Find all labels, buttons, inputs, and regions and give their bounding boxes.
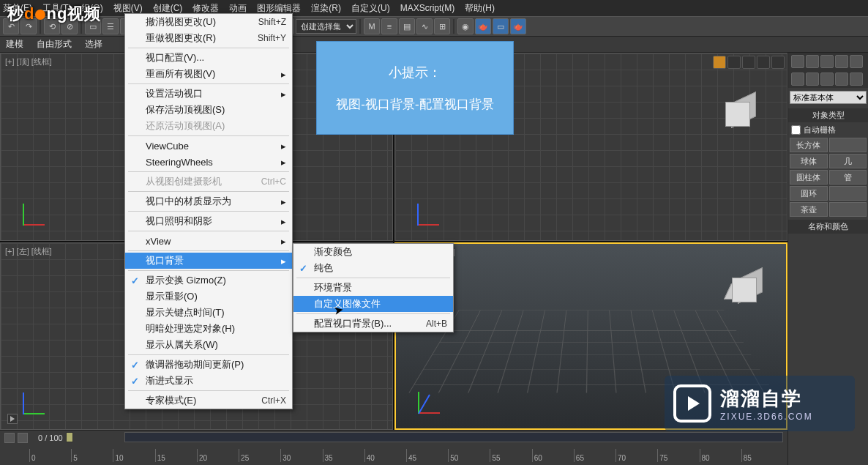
menu-help[interactable]: 帮助(H) xyxy=(465,2,495,15)
viewport-top-label: [+] [顶] [线框] xyxy=(5,56,52,67)
tick: 5 xyxy=(71,449,113,462)
tick: 0 xyxy=(29,449,71,462)
shade-tool5[interactable] xyxy=(771,56,785,69)
submenu-item[interactable]: 环境背景 xyxy=(293,280,453,296)
menu-item[interactable]: 显示重影(O) xyxy=(125,289,292,305)
submenu-item[interactable]: ✓纯色 xyxy=(293,260,453,276)
viewport-background-submenu: 渐变颜色✓纯色环境背景自定义图像文件配置视口背景(B)...Alt+B xyxy=(293,243,454,332)
shade-tool4[interactable] xyxy=(757,56,770,69)
tick: 55 xyxy=(490,449,531,462)
modify-tab-icon[interactable] xyxy=(806,55,819,68)
menu-custom[interactable]: 自定义(U) xyxy=(351,2,390,15)
helpers-icon[interactable] xyxy=(850,72,863,86)
tab-freeform[interactable]: 自由形式 xyxy=(37,38,72,51)
menu-item[interactable]: 还原活动顶视图(A) xyxy=(125,118,292,134)
name-color-rollout[interactable]: 名称和颜色 xyxy=(788,220,868,234)
select-name-button[interactable]: ☰ xyxy=(102,18,119,34)
menu-render[interactable]: 渲染(R) xyxy=(311,2,341,15)
tab-select[interactable]: 选择 xyxy=(85,38,102,51)
submenu-item[interactable]: 配置视口背景(B)...Alt+B xyxy=(293,316,453,332)
menu-item[interactable]: 视口背景▸ xyxy=(125,253,292,269)
menu-maxscript[interactable]: MAXScript(M) xyxy=(400,3,455,13)
tip-body: 视图-视口背景-配置视口背景 xyxy=(336,96,493,113)
play-button[interactable] xyxy=(7,414,18,424)
shade-tool2[interactable] xyxy=(727,56,741,69)
object-type-rollout[interactable]: 对象类型 xyxy=(788,108,868,122)
menu-item[interactable]: xView▸ xyxy=(125,233,292,249)
display-tab-icon[interactable] xyxy=(850,55,863,68)
box-button[interactable]: 长方体 xyxy=(790,138,828,152)
hierarchy-tab-icon[interactable] xyxy=(820,55,834,68)
menu-item[interactable]: 明暗处理选定对象(H) xyxy=(125,321,292,337)
geo-button[interactable]: 几 xyxy=(829,154,867,168)
lights-icon[interactable] xyxy=(820,72,834,86)
menu-item[interactable]: 撤消视图更改(U)Shift+Z xyxy=(125,14,292,30)
menu-item[interactable]: ViewCube▸ xyxy=(125,138,292,154)
menu-item[interactable]: 视口中的材质显示为▸ xyxy=(125,193,292,209)
viewport-left-label: [+] [左] [线框] xyxy=(5,246,52,257)
cameras-icon[interactable] xyxy=(835,72,848,86)
shade-sun-icon[interactable] xyxy=(713,56,726,69)
submenu-item[interactable]: 自定义图像文件 xyxy=(293,296,453,312)
menu-item[interactable]: ✓显示变换 Gizmo(Z) xyxy=(125,272,292,289)
timeline-config2-button[interactable] xyxy=(18,433,28,443)
timeline-config-button[interactable] xyxy=(4,433,15,443)
layers-button[interactable]: ▤ xyxy=(399,18,415,34)
menu-item[interactable]: 保存活动顶视图(S) xyxy=(125,102,292,118)
create-tab-icon[interactable] xyxy=(791,55,804,68)
tab-modeling[interactable]: 建模 xyxy=(6,38,23,51)
cylinder-button[interactable]: 圆柱体 xyxy=(790,170,828,185)
submenu-item[interactable]: 渐变颜色 xyxy=(293,244,453,260)
material-editor-button[interactable]: ◉ xyxy=(457,18,474,34)
render-frame-button[interactable]: ▭ xyxy=(493,18,509,34)
menu-modifiers[interactable]: 修改器 xyxy=(192,2,219,15)
cone-button[interactable] xyxy=(829,138,867,152)
motion-tab-icon[interactable] xyxy=(835,55,848,68)
geometry-icon[interactable] xyxy=(791,72,804,86)
align-button[interactable]: ≡ xyxy=(381,18,397,34)
tube2-button[interactable]: 管 xyxy=(829,170,867,185)
primitive-type-dropdown[interactable]: 标准基本体 xyxy=(790,91,867,104)
menu-item[interactable]: 重做视图更改(R)Shift+Y xyxy=(125,30,292,46)
viewcube-persp-icon[interactable] xyxy=(727,273,764,310)
tick: 75 xyxy=(657,449,699,462)
shapes-icon[interactable] xyxy=(806,72,819,86)
time-slider[interactable] xyxy=(124,432,783,442)
menu-item[interactable]: 重画所有视图(V)▸ xyxy=(125,66,292,82)
view-menu: 撤消视图更改(U)Shift+Z重做视图更改(R)Shift+Y视口配置(V).… xyxy=(124,13,293,409)
frame-indicator: 0 / 100 xyxy=(38,434,63,442)
menu-item[interactable]: ✓微调器拖动期间更新(P) xyxy=(125,357,292,373)
menu-item[interactable]: 设置活动视口▸ xyxy=(125,86,292,102)
render-button[interactable]: 🫖 xyxy=(510,18,526,34)
menu-item[interactable]: 视口照明和阴影▸ xyxy=(125,213,292,229)
tick: 15 xyxy=(155,449,197,462)
teapot-button[interactable]: 茶壶 xyxy=(790,202,828,217)
autogrid-checkbox[interactable]: 自动栅格 xyxy=(788,124,868,136)
sphere-button[interactable]: 球体 xyxy=(790,154,828,168)
plane-button[interactable] xyxy=(829,202,867,217)
menu-item[interactable]: 显示从属关系(W) xyxy=(125,337,292,353)
time-ruler[interactable]: 0510152025303540455055606570758085 xyxy=(29,449,783,462)
menu-animation[interactable]: 动画 xyxy=(229,2,247,15)
menu-item[interactable]: ✓渐进式显示 xyxy=(125,373,292,389)
selection-set-dropdown[interactable]: 创建选择集 xyxy=(296,19,356,34)
pyramid-button[interactable] xyxy=(829,186,867,201)
shade-tool3[interactable] xyxy=(742,56,755,69)
menu-item[interactable]: SteeringWheels▸ xyxy=(125,154,292,170)
menu-create[interactable]: 创建(C) xyxy=(153,2,183,15)
viewcube-icon[interactable] xyxy=(721,97,757,134)
mirror-button[interactable]: M xyxy=(364,18,380,34)
menu-item[interactable]: 从视图创建摄影机Ctrl+C xyxy=(125,174,292,190)
menu-graph[interactable]: 图形编辑器 xyxy=(257,2,301,15)
menu-view[interactable]: 视图(V) xyxy=(113,2,143,15)
menu-item[interactable]: 视口配置(V)... xyxy=(125,50,292,66)
menu-item[interactable]: 专家模式(E)Ctrl+X xyxy=(125,393,292,409)
menu-item[interactable]: 显示关键点时间(T) xyxy=(125,305,292,321)
torus-button[interactable]: 圆环 xyxy=(790,186,828,201)
primitive-buttons: 长方体 球体几 圆柱体管 圆环 茶壶 xyxy=(788,136,868,218)
schematic-button[interactable]: ⊞ xyxy=(434,18,450,34)
render-setup-button[interactable]: 🫖 xyxy=(475,18,491,34)
time-marker[interactable] xyxy=(66,432,73,442)
tick: 65 xyxy=(574,449,616,462)
curve-editor-button[interactable]: ∿ xyxy=(416,18,433,34)
